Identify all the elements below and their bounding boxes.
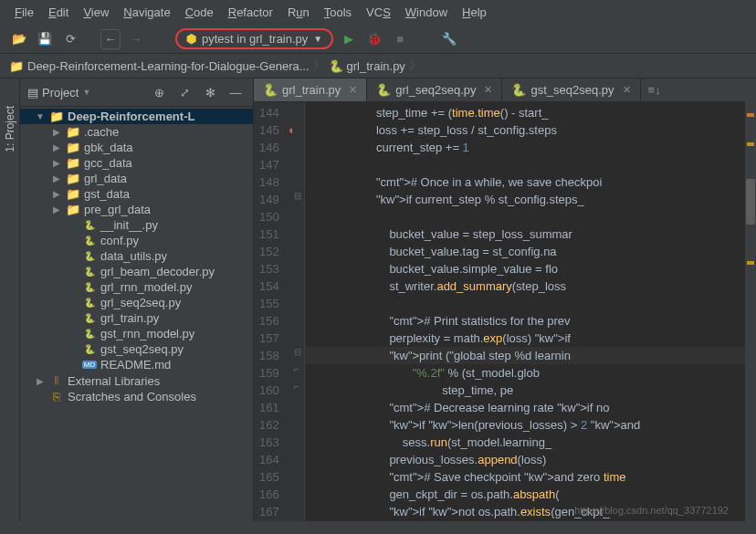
menu-help[interactable]: Help — [457, 4, 492, 21]
tree-file[interactable]: 🐍conf.py — [20, 233, 253, 248]
vertical-scrollbar[interactable] — [745, 102, 756, 521]
locate-icon[interactable]: ⊕ — [149, 82, 169, 102]
chevron-down-icon[interactable]: ▼ — [82, 88, 90, 97]
editor-tab[interactable]: 🐍grl_train.py✕ — [254, 79, 367, 101]
tree-file[interactable]: 🐍gst_seq2seq.py — [20, 341, 253, 357]
close-icon[interactable]: ✕ — [623, 84, 631, 96]
tree-file[interactable]: 🐍gst_rnn_model.py — [20, 326, 253, 341]
expand-icon[interactable]: ⤢ — [174, 82, 194, 102]
project-tree[interactable]: ▼📁Deep-Reinforcement-L ▶📁.cache▶📁gbk_dat… — [20, 107, 253, 521]
code-area[interactable]: 1441451461471481491501511521531541551561… — [254, 102, 756, 521]
tree-file[interactable]: 🐍data_utils.py — [20, 248, 253, 264]
tree-file[interactable]: MDREADME.md — [20, 357, 253, 372]
tree-file[interactable]: 🐍grl_rnn_model.py — [20, 279, 253, 295]
tree-folder[interactable]: ▶📁grl_data — [20, 171, 253, 186]
editor-tab[interactable]: 🐍grl_seq2seq.py✕ — [367, 79, 502, 101]
back-button[interactable]: ← — [100, 29, 121, 49]
pytest-icon: ⬢ — [186, 32, 196, 46]
main-area: 1: Project ▤ Project ▼ ⊕ ⤢ ✻ — ▼📁Deep-Re… — [0, 79, 756, 521]
menu-run[interactable]: Run — [282, 4, 315, 21]
menu-window[interactable]: Window — [400, 4, 453, 21]
menu-view[interactable]: View — [78, 4, 114, 21]
project-toolwindow-tab[interactable]: 1: Project — [4, 106, 16, 152]
menu-code[interactable]: Code — [180, 4, 219, 21]
error-stripe-mark[interactable] — [747, 113, 754, 117]
project-tool-window: ▤ Project ▼ ⊕ ⤢ ✻ — ▼📁Deep-Reinforcement… — [20, 79, 254, 521]
editor-tab[interactable]: 🐍gst_seq2seq.py✕ — [502, 79, 640, 101]
warning-stripe-mark[interactable] — [747, 142, 754, 146]
tree-file[interactable]: 🐍grl_seq2seq.py — [20, 295, 253, 310]
run-button[interactable]: ▶ — [339, 29, 359, 49]
sync-icon[interactable]: ⟳ — [60, 29, 80, 49]
tree-folder[interactable]: ▶📁pre_grl_data — [20, 202, 253, 217]
main-menu-bar: File Edit View Navigate Code Refactor Ru… — [0, 0, 756, 25]
menu-tools[interactable]: Tools — [319, 4, 357, 21]
tree-external-libraries[interactable]: ▶⫴External Libraries — [20, 372, 253, 389]
tree-folder[interactable]: ▶📁.cache — [20, 124, 253, 140]
menu-refactor[interactable]: Refactor — [223, 4, 278, 21]
project-header: ▤ Project ▼ ⊕ ⤢ ✻ — — [20, 79, 253, 107]
breadcrumb-project[interactable]: Deep-Reinforcement-Learning-for-Dialogue… — [27, 59, 310, 73]
tree-folder[interactable]: ▶📁gst_data — [20, 186, 253, 202]
warning-stripe-mark[interactable] — [747, 261, 754, 265]
python-file-icon: 🐍 — [511, 83, 526, 97]
tree-file[interactable]: 🐍grl_beam_decoder.py — [20, 264, 253, 279]
gear-icon[interactable]: ✻ — [200, 82, 220, 102]
tree-root[interactable]: ▼📁Deep-Reinforcement-L — [20, 109, 253, 124]
watermark-text: https://blog.csdn.net/qq_33772192 — [574, 505, 729, 516]
menu-file[interactable]: File — [9, 4, 39, 21]
project-title[interactable]: Project — [42, 86, 79, 99]
python-file-icon: 🐍 — [263, 83, 278, 97]
breadcrumb-separator: 〉 — [313, 58, 325, 74]
tree-file[interactable]: 🐍__init__.py — [20, 217, 253, 233]
tree-folder[interactable]: ▶📁gcc_data — [20, 155, 253, 171]
close-icon[interactable]: ✕ — [484, 84, 492, 96]
left-gutter-toolstrip: 1: Project — [0, 79, 20, 521]
debug-button[interactable]: 🐞 — [364, 29, 384, 49]
editor-tabs: 🐍grl_train.py✕🐍grl_seq2seq.py✕🐍gst_seq2s… — [254, 79, 756, 102]
project-view-icon: ▤ — [27, 86, 38, 99]
breadcrumb-separator: 〉 — [409, 58, 421, 74]
python-file-icon: 🐍 — [329, 59, 343, 73]
settings-wrench-icon[interactable]: 🔧 — [439, 29, 459, 49]
breadcrumb-file[interactable]: grl_train.py — [347, 59, 405, 73]
tree-file[interactable]: 🐍grl_train.py — [20, 310, 253, 326]
stop-button[interactable]: ■ — [390, 29, 410, 49]
run-config-label: pytest in grl_train.py — [202, 32, 308, 46]
folder-icon: 📁 — [9, 59, 24, 73]
tree-folder[interactable]: ▶📁gbk_data — [20, 140, 253, 155]
scrollbar-thumb[interactable] — [746, 179, 755, 225]
save-all-icon[interactable]: 💾 — [35, 29, 55, 49]
open-icon[interactable]: 📂 — [9, 29, 29, 49]
menu-vcs[interactable]: VCS — [361, 4, 396, 21]
forward-button[interactable]: → — [126, 29, 146, 49]
breadcrumb: 📁 Deep-Reinforcement-Learning-for-Dialog… — [0, 54, 756, 79]
hide-icon[interactable]: — — [226, 82, 246, 102]
close-icon[interactable]: ✕ — [349, 84, 357, 96]
source-code[interactable]: step_time += (time.time() - start_ loss … — [305, 102, 756, 521]
editor-area: 🐍grl_train.py✕🐍grl_seq2seq.py✕🐍gst_seq2s… — [254, 79, 756, 521]
run-config-selector[interactable]: ⬢ pytest in grl_train.py ▼ — [175, 28, 333, 49]
menu-navigate[interactable]: Navigate — [118, 4, 175, 21]
line-gutter[interactable]: 1441451461471481491501511521531541551561… — [254, 102, 292, 521]
fold-column[interactable]: ⊟⊟⌐⌐ — [292, 102, 305, 521]
tabs-overflow-icon[interactable]: ≡↓ — [641, 79, 668, 101]
tree-scratches[interactable]: ⎘Scratches and Consoles — [20, 389, 253, 404]
main-toolbar: 📂 💾 ⟳ ← → ⬢ pytest in grl_train.py ▼ ▶ 🐞… — [0, 25, 756, 54]
chevron-down-icon: ▼ — [313, 34, 322, 44]
menu-edit[interactable]: Edit — [43, 4, 74, 21]
python-file-icon: 🐍 — [376, 83, 391, 97]
